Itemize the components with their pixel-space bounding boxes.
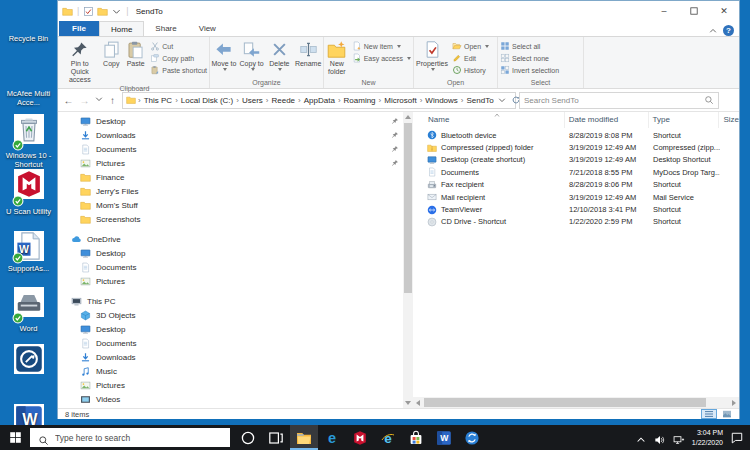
paste-shortcut-button[interactable]: Paste shortcut — [148, 64, 209, 76]
new-folder-button[interactable]: New folder — [324, 39, 350, 77]
nav-item-pictures[interactable]: Pictures — [58, 274, 403, 288]
nav-item-videos[interactable]: Videos — [58, 392, 403, 406]
rename-button[interactable]: Rename — [293, 39, 323, 69]
copy-path-button[interactable]: Copy path — [148, 52, 209, 64]
open-button[interactable]: Open — [450, 40, 491, 52]
file-row-teamviewer[interactable]: TeamViewer12/10/2018 3:41 PMShortcut — [413, 203, 739, 215]
file-row-desktop-create-shortcut[interactable]: Desktop (create shortcut)3/19/2019 12:49… — [413, 154, 739, 166]
invert-selection-button[interactable]: Invert selection — [498, 64, 561, 76]
recent-locations-chevron-icon[interactable] — [94, 94, 103, 106]
copy-button[interactable]: Copy — [100, 39, 123, 69]
breadcrumb-windows[interactable]: Windows — [423, 96, 459, 105]
minimize-ribbon-icon[interactable] — [708, 26, 718, 36]
taskbar-icon-task-view[interactable] — [262, 425, 290, 450]
column-header-size[interactable]: Size — [719, 112, 739, 128]
taskbar-icon-edge[interactable]: e — [318, 425, 346, 450]
copy-to-button[interactable]: Copy to — [238, 39, 266, 72]
nav-item-desktop[interactable]: Desktop — [58, 246, 403, 260]
taskbar-search-input[interactable] — [55, 433, 230, 443]
breadcrumb-roaming[interactable]: Roaming — [342, 96, 378, 105]
taskbar-icon-cortana[interactable] — [234, 425, 262, 450]
tab-home[interactable]: Home — [99, 21, 144, 36]
qat-new-folder-icon[interactable] — [97, 6, 108, 17]
network-icon[interactable] — [673, 432, 685, 444]
nav-item-pictures[interactable]: Pictures — [58, 378, 403, 392]
breadcrumb-sendto[interactable]: SendTo — [464, 96, 495, 105]
nav-item-documents[interactable]: Documents — [58, 336, 403, 350]
scroll-right-arrow[interactable] — [729, 397, 739, 408]
breadcrumb-this-pc[interactable]: This PC — [142, 96, 174, 105]
nav-item-downloads[interactable]: Downloads — [58, 350, 403, 364]
desktop-icon-mcafee-multi-acce[interactable]: McAfee Multi Acce... — [0, 58, 57, 107]
file-row-fax-recipient[interactable]: Fax recipient8/28/2019 8:06 PMShortcut — [413, 179, 739, 191]
nav-item-jerry-s-files[interactable]: Jerry's Files — [58, 184, 403, 198]
file-row-mail-recipient[interactable]: Mail recipient3/19/2019 12:49 AMMail Ser… — [413, 191, 739, 203]
taskbar-icon-microsoft-store[interactable] — [402, 425, 430, 450]
desktop-icon-word[interactable]: WWord — [0, 293, 57, 334]
nav-item-pictures[interactable]: Pictures — [58, 156, 403, 170]
nav-item-onedrive[interactable]: OneDrive — [58, 232, 403, 246]
taskbar-icon-internet-explorer[interactable]: e — [374, 425, 402, 450]
nav-item-desktop[interactable]: Desktop — [58, 322, 403, 336]
taskbar-icon-word[interactable]: W — [430, 425, 458, 450]
nav-item-finance[interactable]: Finance — [58, 170, 403, 184]
delete-button[interactable]: Delete — [266, 39, 294, 72]
scroll-left-arrow[interactable] — [413, 397, 423, 408]
tab-share[interactable]: Share — [144, 21, 187, 36]
breadcrumb-users[interactable]: Users — [240, 96, 265, 105]
taskbar-clock[interactable]: 3:04 PM 1/22/2020 — [692, 428, 723, 446]
nav-item-mom-s-stuff[interactable]: Mom's Stuff — [58, 198, 403, 212]
maximize-button[interactable] — [679, 1, 709, 21]
scroll-up-arrow[interactable] — [403, 112, 413, 122]
nav-item-3d-objects[interactable]: 3D Objects — [58, 308, 403, 322]
nav-item-screenshots[interactable]: Screenshots — [58, 212, 403, 226]
start-button[interactable] — [0, 425, 30, 450]
breadcrumb-reede[interactable]: Reede — [269, 96, 297, 105]
details-view-button[interactable] — [701, 409, 717, 419]
taskbar-search-box[interactable] — [30, 428, 230, 447]
column-header-name[interactable]: Name — [413, 112, 565, 128]
show-hidden-icons-chevron-icon[interactable] — [635, 432, 647, 444]
large-icons-view-button[interactable] — [719, 409, 735, 419]
horizontal-scrollbar[interactable] — [413, 397, 739, 408]
breadcrumb-local-disk-c[interactable]: Local Disk (C:) — [179, 96, 235, 105]
properties-button[interactable]: Properties — [414, 39, 450, 72]
file-row-bluetooth-device[interactable]: Bluetooth device8/28/2019 8:08 PMShortcu… — [413, 129, 739, 141]
help-icon[interactable]: ? — [723, 25, 734, 36]
nav-item-this-pc[interactable]: This PC — [58, 294, 403, 308]
scroll-down-arrow[interactable] — [403, 398, 413, 408]
address-bar[interactable]: ›This PC›Local Disk (C:)›Users›Reede›App… — [122, 92, 516, 109]
nav-item-downloads[interactable]: Downloads — [58, 128, 403, 142]
desktop-icon-recycle-bin[interactable]: Recycle Bin — [0, 3, 57, 44]
select-all-button[interactable]: Select all — [498, 40, 561, 52]
taskbar-icon-file-explorer[interactable] — [290, 425, 318, 450]
paste-button[interactable]: Paste — [123, 39, 148, 69]
file-row-compressed-zipped-folder[interactable]: Compressed (zipped) folder3/19/2019 12:4… — [413, 141, 739, 153]
column-header-type[interactable]: Type — [649, 112, 720, 128]
forward-button[interactable]: → — [78, 95, 91, 106]
search-input[interactable] — [524, 96, 704, 105]
new-item-button[interactable]: New item — [350, 40, 413, 52]
title-bar[interactable]: | | SendTo – ✕ — [58, 1, 739, 21]
file-row-cd-drive-shortcut[interactable]: CD Drive - Shortcut1/22/2020 2:59 PMShor… — [413, 216, 739, 228]
nav-scrollbar[interactable] — [403, 112, 413, 408]
taskbar-icon-mcafee[interactable] — [346, 425, 374, 450]
tab-file[interactable]: File — [59, 21, 99, 36]
move-to-button[interactable]: Move to — [210, 39, 238, 72]
desktop-icon-supportas[interactable]: SupportAs... — [0, 233, 57, 274]
column-header-date-modified[interactable]: Date modified — [565, 112, 649, 128]
up-button[interactable]: ↑ — [106, 95, 119, 106]
scroll-thumb[interactable] — [424, 398, 706, 407]
breadcrumb-appdata[interactable]: AppData — [302, 96, 337, 105]
desktop-icon-windows-10-shortcut[interactable]: WWindows 10 - Shortcut — [0, 120, 57, 169]
volume-icon[interactable] — [654, 432, 666, 444]
taskbar-icon-sync-app[interactable] — [458, 425, 486, 450]
desktop-icon-u-scan-utility[interactable]: U Scan Utility — [0, 176, 57, 217]
qat-properties-icon[interactable] — [83, 6, 94, 17]
back-button[interactable]: ← — [62, 95, 75, 106]
nav-item-music[interactable]: Music — [58, 364, 403, 378]
file-row-documents[interactable]: Documents7/21/2018 8:55 PMMyDocs Drop Ta… — [413, 166, 739, 178]
pin-to-quick-access-button[interactable]: Pin to Quick access — [60, 39, 100, 84]
cut-button[interactable]: Cut — [148, 40, 209, 52]
easy-access-button[interactable]: Easy access — [350, 52, 413, 64]
